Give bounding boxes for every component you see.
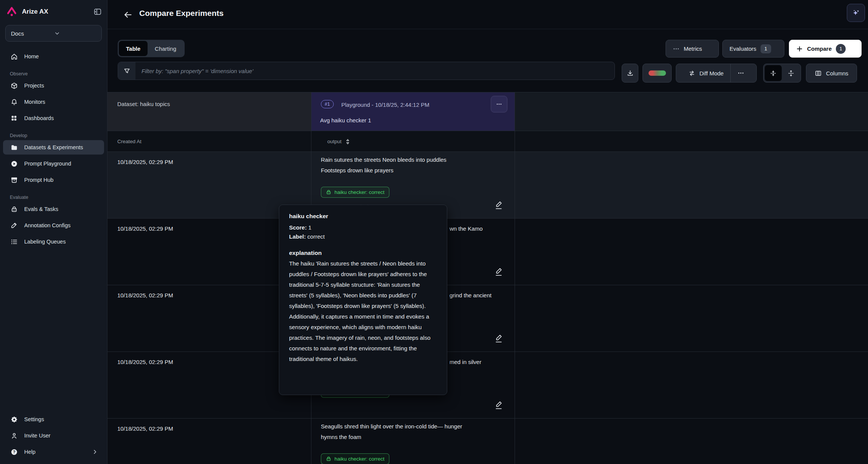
eval-badge[interactable]: haiku checker: correct — [321, 187, 389, 198]
sidebar-item-labeling-queues[interactable]: Labeling Queues — [3, 234, 104, 249]
ai-assistant-button[interactable] — [847, 4, 865, 22]
experiment-menu-button[interactable] — [491, 96, 507, 112]
view-mode-tabs: Table Charting — [118, 40, 185, 57]
sidebar-item-label: Home — [24, 53, 39, 59]
sidebar-item-monitors[interactable]: Monitors — [3, 95, 104, 109]
metrics-button[interactable]: Metrics — [666, 40, 719, 58]
sidebar-item-label: Prompt Hub — [24, 177, 53, 183]
edit-annotation-button[interactable] — [494, 400, 503, 410]
chevron-right-icon — [92, 449, 98, 455]
sidebar-nav: Home Observe Projects Monitors Dashboard… — [0, 49, 107, 249]
compare-count-badge: 1 — [836, 44, 846, 54]
expand-rows-button[interactable] — [782, 65, 800, 81]
sidebar-item-projects[interactable]: Projects — [3, 78, 104, 93]
sidebar-item-label: Help — [24, 449, 86, 455]
app-root: Arize AX Docs Home Observe Projects — [0, 0, 868, 464]
experiment-header-cell: #1 Playground - 10/18/25, 2:44:12 PM Avg… — [311, 92, 515, 131]
play-circle-icon — [10, 160, 18, 167]
home-icon — [10, 53, 18, 60]
output-header-label: output — [327, 139, 342, 144]
filter-bar — [118, 62, 615, 80]
sidebar-item-prompt-playground[interactable]: Prompt Playground — [3, 156, 104, 171]
explanation-title: explanation — [289, 250, 437, 256]
tab-table[interactable]: Table — [119, 41, 148, 56]
workspace-name: Docs — [11, 30, 54, 37]
label-value: correct — [307, 233, 325, 240]
brand-row: Arize AX — [6, 5, 102, 18]
evaluators-button[interactable]: Evaluators 1 — [722, 40, 784, 58]
grid-icon — [10, 115, 18, 122]
eval-badge[interactable]: haiku checker: correct — [321, 453, 389, 464]
gradient-pill-icon — [649, 70, 666, 76]
sidebar-item-datasets-experiments[interactable]: Datasets & Experiments — [3, 140, 104, 155]
sidebar-item-annotation-configs[interactable]: Annotation Configs — [3, 218, 104, 233]
page-header: Compare Experiments — [107, 0, 868, 29]
created-at-column-header: Created At — [117, 131, 142, 152]
table-row: 10/18/2025, 02:29 PM grind the ancient h… — [107, 285, 868, 352]
explanation-text: The haiku 'Rain sutures the streets / Ne… — [289, 258, 439, 364]
color-scale-toggle[interactable] — [642, 64, 672, 83]
sidebar-item-home[interactable]: Home — [3, 49, 104, 64]
diff-mode-group: Diff Mode — [676, 64, 757, 83]
archive-icon — [10, 177, 18, 184]
collapse-sidebar-icon[interactable] — [93, 8, 102, 16]
tooltip-label-row: Label: correct — [289, 233, 437, 240]
eval-badge-label: haiku checker: correct — [334, 456, 384, 462]
tooltip-arrow — [361, 205, 368, 209]
columns-button[interactable]: Columns — [806, 64, 857, 83]
eval-lock-icon — [10, 206, 18, 213]
sidebar-item-label: Invite User — [24, 433, 50, 439]
experiments-table: Dataset: haiku topics #1 Playground - 10… — [107, 92, 868, 464]
compare-label: Compare — [807, 45, 832, 52]
filter-input[interactable] — [135, 62, 614, 80]
sidebar-item-label: Prompt Playground — [24, 161, 71, 167]
sidebar-item-evals-tasks[interactable]: Evals & Tasks — [3, 202, 104, 216]
download-button[interactable] — [622, 64, 638, 83]
sidebar-item-invite-user[interactable]: Invite User — [3, 428, 104, 443]
table-row: 10/18/2025, 02:29 PM wn the Kamo haiku c… — [107, 219, 868, 285]
section-observe: Observe — [10, 71, 107, 77]
output-text-line1: Rain sutures the streets Neon bleeds int… — [321, 156, 446, 163]
collapse-rows-button[interactable] — [765, 65, 782, 81]
edit-annotation-button[interactable] — [494, 267, 503, 277]
created-at-cell: 10/18/2025, 02:29 PM — [117, 425, 173, 432]
folder-icon — [10, 144, 18, 151]
eval-tooltip: haiku checker Score: 1 Label: correct ex… — [279, 205, 447, 395]
edit-annotation-button[interactable] — [494, 334, 503, 344]
experiment-number-badge: #1 — [321, 100, 334, 108]
created-at-cell: 10/18/2025, 02:29 PM — [117, 225, 173, 232]
diff-mode-button[interactable]: Diff Mode — [681, 64, 731, 82]
chevron-down-icon — [54, 30, 96, 37]
created-at-cell: 10/18/2025, 02:29 PM — [117, 292, 173, 298]
section-develop: Develop — [10, 133, 107, 138]
sidebar-item-dashboards[interactable]: Dashboards — [3, 111, 104, 125]
ellipsis-icon — [673, 45, 680, 52]
plus-icon — [796, 45, 803, 52]
sort-icon[interactable] — [345, 138, 351, 145]
funnel-icon — [118, 62, 135, 80]
tab-charting[interactable]: Charting — [148, 41, 184, 56]
back-button[interactable] — [123, 10, 133, 20]
brand-name: Arize AX — [22, 8, 89, 16]
edit-annotation-button[interactable] — [494, 200, 503, 210]
diff-mode-more-button[interactable] — [731, 64, 751, 82]
experiment-name: Playground - 10/18/25, 2:44:12 PM — [341, 102, 429, 108]
output-column-header[interactable]: output — [327, 131, 351, 152]
sidebar-item-label: Datasets & Experiments — [24, 144, 83, 150]
pencil-icon — [10, 222, 18, 229]
sidebar-item-help[interactable]: ? Help — [3, 445, 104, 459]
sidebar-item-label: Projects — [24, 83, 44, 89]
person-icon — [10, 432, 18, 439]
experiment-header-row: Dataset: haiku topics #1 Playground - 10… — [107, 92, 868, 131]
score-label: Score: — [289, 224, 307, 231]
workspace-selector[interactable]: Docs — [5, 25, 102, 42]
sidebar-item-prompt-hub[interactable]: Prompt Hub — [3, 173, 104, 187]
compare-button[interactable]: Compare 1 — [789, 40, 862, 58]
sidebar-footer: Settings Invite User ? Help — [0, 410, 107, 461]
row-height-toggle — [763, 64, 801, 83]
sidebar-item-settings[interactable]: Settings — [3, 412, 104, 427]
svg-text:?: ? — [13, 450, 15, 454]
sidebar-item-label: Evals & Tasks — [24, 206, 58, 212]
experiment-metric: Avg haiku checker 1 — [320, 117, 371, 123]
metrics-label: Metrics — [684, 45, 702, 52]
